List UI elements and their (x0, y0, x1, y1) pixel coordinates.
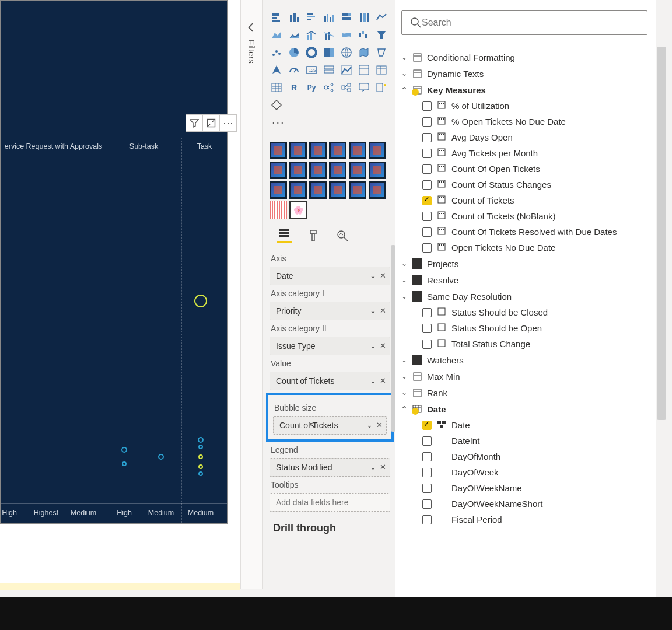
table-projects[interactable]: ⌄Projects (401, 256, 648, 272)
table-conditional-formatting[interactable]: ⌄Conditional Formatting (401, 49, 648, 65)
field-item[interactable]: % of Utilization (401, 98, 648, 114)
checkbox[interactable] (422, 117, 432, 127)
table-same-day[interactable]: ⌄Same Day Resolution (401, 288, 648, 304)
azure-map-icon[interactable] (270, 63, 284, 77)
bubble-point[interactable] (158, 454, 164, 460)
decomp-tree-icon[interactable] (340, 80, 354, 94)
smart-narrative-icon[interactable] (374, 80, 388, 94)
area-chart-icon[interactable] (270, 28, 284, 42)
donut-chart-icon[interactable] (304, 46, 318, 60)
filled-map-icon[interactable] (357, 46, 371, 60)
checkbox[interactable] (422, 515, 432, 524)
taskbar[interactable] (0, 597, 672, 630)
ribbon-chart-icon[interactable] (340, 28, 354, 42)
r-visual-icon[interactable]: R (287, 80, 301, 94)
qa-visual-icon[interactable] (357, 80, 371, 94)
remove-icon[interactable]: ✕ (376, 421, 383, 429)
fields-scrollbar[interactable] (657, 47, 666, 420)
checkbox[interactable] (422, 308, 432, 317)
line-clustered-icon[interactable] (304, 28, 318, 42)
field-item[interactable]: DayOfWeekName (401, 480, 648, 496)
more-options-icon[interactable]: ⋯ (219, 114, 237, 132)
field-item[interactable]: % Open Tickets No Due Date (401, 114, 648, 130)
line-chart-icon[interactable] (374, 10, 388, 24)
remove-icon[interactable]: ✕ (380, 271, 386, 280)
checkbox[interactable] (422, 484, 432, 493)
multi-card-icon[interactable] (322, 63, 336, 77)
custom-visual-icon[interactable] (270, 201, 287, 219)
custom-visual-icon[interactable] (309, 181, 327, 199)
analytics-tab[interactable] (335, 228, 350, 243)
field-item[interactable]: DayOfWeekNameShort (401, 496, 648, 512)
field-item[interactable]: Avg Tickets per Month (401, 145, 648, 161)
map-icon[interactable] (340, 46, 354, 60)
matrix-icon[interactable] (270, 80, 284, 94)
chevron-down-icon[interactable]: ⌄ (370, 341, 376, 350)
custom-visual-icon[interactable]: 🌸 (289, 201, 307, 219)
stacked-area-icon[interactable] (287, 28, 301, 42)
field-item[interactable]: Count Of Status Changes (401, 177, 648, 192)
custom-visual-icon[interactable] (329, 162, 346, 179)
custom-visual-icon[interactable] (329, 181, 346, 199)
vis-scrollbar[interactable] (391, 245, 396, 432)
bubble-point[interactable] (198, 471, 203, 476)
checkbox[interactable] (422, 324, 432, 333)
checkbox[interactable] (422, 243, 432, 253)
filters-pane-collapsed[interactable]: Filters (240, 0, 262, 589)
custom-visual-icon[interactable] (270, 142, 287, 159)
slicer-icon[interactable] (357, 63, 371, 77)
fields-tab[interactable] (276, 228, 292, 243)
custom-visual-icon[interactable] (309, 162, 327, 179)
chevron-down-icon[interactable]: ⌄ (370, 463, 376, 471)
checkbox[interactable] (422, 340, 432, 349)
remove-icon[interactable]: ✕ (380, 306, 386, 315)
get-more-visuals-icon[interactable] (270, 98, 284, 112)
custom-visual-icon[interactable] (329, 142, 346, 159)
table-date[interactable]: ⌃ Date (401, 401, 648, 417)
bubble-point[interactable] (122, 461, 127, 466)
checkbox[interactable] (422, 212, 432, 221)
visual-container[interactable]: ervice Request with Approvals Sub-task T… (0, 0, 228, 524)
checkbox[interactable] (422, 133, 432, 142)
custom-visual-icon[interactable] (289, 162, 307, 179)
table-dynamic-texts[interactable]: ⌄Dynamic Texts (401, 65, 648, 82)
line-stacked-icon[interactable] (322, 28, 336, 42)
filter-icon[interactable] (186, 114, 203, 132)
chevron-down-icon[interactable]: ⌄ (366, 421, 373, 429)
custom-visual-icon[interactable] (369, 142, 386, 159)
remove-icon[interactable]: ✕ (380, 341, 386, 350)
field-item[interactable]: Count Of Open Tickets (401, 161, 648, 177)
field-item[interactable]: Total Status Change (401, 336, 648, 352)
custom-visual-icon[interactable] (349, 181, 366, 199)
table-watchers[interactable]: ⌄Watchers (401, 352, 648, 368)
custom-visual-icon[interactable] (349, 162, 366, 179)
checkbox[interactable] (422, 499, 432, 509)
search-input[interactable] (422, 18, 639, 28)
checkbox[interactable] (422, 149, 432, 158)
stacked-col100-icon[interactable] (357, 10, 371, 24)
funnel-icon[interactable] (374, 28, 388, 42)
table-maxmin[interactable]: ⌄Max Min (401, 368, 648, 384)
custom-visual-icon[interactable] (270, 162, 287, 179)
field-item[interactable]: DayOfMonth (401, 449, 648, 464)
format-tab[interactable] (306, 228, 321, 243)
table-icon[interactable] (374, 63, 388, 77)
card-icon[interactable]: 123 (304, 63, 318, 77)
field-item[interactable]: Count Of Tickets Resolved with Due Dates (401, 224, 648, 240)
custom-visual-icon[interactable] (369, 162, 386, 179)
well-axis[interactable]: Date⌄✕ (270, 267, 390, 285)
shape-map-icon[interactable] (374, 46, 388, 60)
pie-chart-icon[interactable] (287, 46, 301, 60)
checkbox[interactable] (422, 436, 432, 446)
key-influencers-icon[interactable] (322, 80, 336, 94)
checkbox[interactable] (422, 452, 432, 461)
checkbox[interactable] (422, 228, 432, 237)
bubble-point[interactable] (198, 437, 204, 443)
checkbox[interactable] (422, 196, 432, 205)
checkbox[interactable] (422, 164, 432, 174)
checkbox[interactable] (422, 102, 432, 111)
custom-visual-icon[interactable] (309, 142, 327, 159)
clustered-bar-icon[interactable] (304, 10, 318, 24)
field-item[interactable]: Avg Days Open (401, 130, 648, 145)
field-item[interactable]: DayOfWeek (401, 464, 648, 480)
